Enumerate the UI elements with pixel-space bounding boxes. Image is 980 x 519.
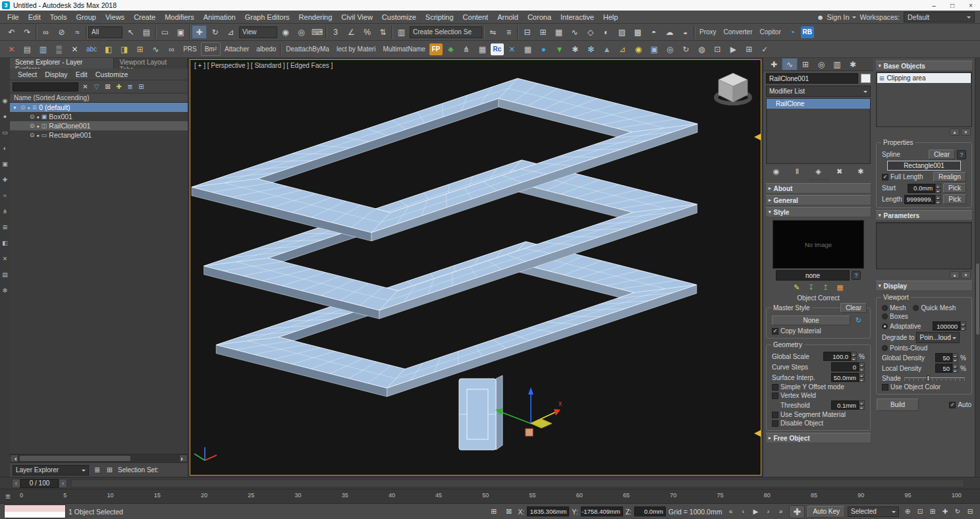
light-tool-icon[interactable]: ◉ bbox=[631, 42, 646, 56]
zoom-region-icon[interactable]: ⊞ bbox=[927, 506, 939, 518]
sign-in-menu[interactable]: ☻ Sign In bbox=[817, 13, 856, 21]
detach-by-material-icon[interactable]: ✕ bbox=[4, 42, 19, 56]
menu-item[interactable]: Arnold bbox=[493, 13, 523, 21]
auto-build-checkbox[interactable] bbox=[949, 402, 956, 408]
modify-tab-icon[interactable]: ∿ bbox=[782, 58, 798, 70]
perspective-viewport[interactable]: [ + ] [ Perspective ] [ Standard ] [ Edg… bbox=[190, 59, 761, 476]
weld-tool-icon[interactable]: ∞ bbox=[164, 42, 179, 56]
selection-lock-icon[interactable]: ⊠ bbox=[503, 506, 515, 517]
zoom-extents-icon[interactable]: ⊡ bbox=[914, 506, 926, 518]
render-setup-icon[interactable]: ▨ bbox=[614, 25, 630, 39]
select-object-icon[interactable]: ↖ bbox=[123, 25, 138, 39]
tree-row-railclone001[interactable]: ⊙ ● ◫ RailClone001 bbox=[10, 121, 188, 130]
render-dot-icon[interactable]: ● bbox=[28, 105, 30, 110]
toolbar-icon[interactable] bbox=[325, 26, 327, 39]
terrain-icon[interactable]: ▲ bbox=[599, 42, 614, 56]
name-column-header[interactable]: Name (Sorted Ascending) bbox=[10, 94, 188, 103]
adaptative-radio[interactable] bbox=[882, 323, 888, 329]
visibility-eye-icon[interactable]: ⊙ bbox=[30, 113, 35, 120]
menu-item[interactable]: Corona bbox=[523, 13, 556, 21]
move-up-icon[interactable]: ▲ bbox=[950, 128, 960, 136]
curve-editor-icon[interactable]: ∿ bbox=[567, 25, 582, 39]
menu-item[interactable]: Interactive bbox=[556, 13, 599, 21]
filter-bones-icon[interactable]: ⋔ bbox=[1, 207, 9, 215]
display-tab-icon[interactable]: ▥ bbox=[829, 58, 845, 70]
select-by-layer-icon[interactable]: ▥ bbox=[36, 42, 51, 56]
frame-back-button[interactable]: ‹ bbox=[12, 479, 20, 488]
gear-tool-icon[interactable]: ✱ bbox=[568, 42, 583, 56]
library-icon[interactable]: ▦ bbox=[834, 282, 846, 293]
expander-icon[interactable]: ▼ bbox=[13, 105, 18, 110]
select-and-rotate-icon[interactable]: ↻ bbox=[207, 25, 223, 39]
toolbar-icon[interactable] bbox=[155, 26, 157, 39]
selection-filter-dropdown[interactable]: All bbox=[88, 26, 122, 38]
filter-containers-icon[interactable]: ⊞ bbox=[1, 223, 9, 231]
workspace-dropdown[interactable]: Default bbox=[904, 12, 975, 22]
container-tool-icon[interactable]: ▣ bbox=[647, 42, 662, 56]
hierarchy-tab-icon[interactable]: ⊞ bbox=[798, 58, 813, 70]
rename-abc-icon[interactable]: abc bbox=[83, 42, 100, 56]
style-slot-button[interactable]: none bbox=[776, 270, 850, 281]
orbit-icon[interactable]: ↻ bbox=[952, 506, 964, 518]
pick-length-button[interactable]: Pick bbox=[943, 194, 966, 204]
menu-item[interactable]: Modifiers bbox=[160, 13, 199, 21]
param-down-icon[interactable]: ▼ bbox=[961, 271, 971, 279]
toolbar-icon[interactable] bbox=[483, 26, 485, 39]
threshold-spinner[interactable]: 0.1mm bbox=[831, 400, 865, 410]
play-tool-icon[interactable]: ▶ bbox=[726, 42, 741, 56]
select-and-manipulate-icon[interactable]: ◎ bbox=[294, 25, 309, 39]
track-bar[interactable]: ≣ 05101520253035404550556065707580859095… bbox=[0, 489, 980, 503]
go-to-start-button[interactable]: « bbox=[724, 506, 736, 518]
panel-scrollbar[interactable] bbox=[975, 58, 980, 477]
named-selection-dropdown[interactable]: Create Selection Se bbox=[410, 26, 482, 38]
sini-icon[interactable]: ◔ bbox=[785, 25, 800, 39]
next-frame-button[interactable]: › bbox=[762, 506, 774, 518]
simple-y-offset-checkbox[interactable] bbox=[772, 384, 778, 391]
edit-style-icon[interactable]: ✎ bbox=[790, 282, 803, 293]
scroll-thumb[interactable] bbox=[19, 455, 131, 462]
pose-tool-icon[interactable]: ◎ bbox=[663, 42, 678, 56]
tab-scene-explorer[interactable]: Scene Explorer - Layer Explorer bbox=[10, 58, 114, 68]
copitor-button[interactable]: Copitor bbox=[756, 25, 784, 39]
menu-item[interactable]: File bbox=[3, 13, 24, 21]
maxscript-mini-listener[interactable] bbox=[4, 505, 66, 518]
surface-interp-spinner[interactable]: 50.0mm bbox=[831, 373, 865, 382]
close-button[interactable]: × bbox=[962, 2, 980, 9]
make-unique-icon[interactable]: ◈ bbox=[812, 166, 825, 177]
layer-explorer-dropdown[interactable]: Layer Explorer bbox=[13, 465, 89, 476]
forest-pack-badge[interactable]: FP bbox=[429, 43, 443, 55]
toolbar-icon[interactable] bbox=[391, 26, 393, 39]
undo-icon[interactable]: ↶ bbox=[4, 25, 19, 39]
render-dot-icon[interactable]: ● bbox=[37, 115, 40, 119]
go-to-end-button[interactable]: » bbox=[775, 506, 786, 518]
toggle-scene-explorer-icon[interactable]: ⊟ bbox=[520, 25, 535, 39]
mini-curve-editor-icon[interactable]: ≣ bbox=[3, 491, 13, 501]
clear-style-button[interactable]: Clear bbox=[840, 303, 867, 313]
forest-surface-icon[interactable]: ▦ bbox=[475, 42, 490, 56]
z-coordinate-field[interactable]: 0.0mm bbox=[634, 506, 666, 516]
global-density-spinner[interactable]: 50 bbox=[935, 353, 958, 362]
menu-item[interactable]: Edit bbox=[24, 13, 45, 21]
vertex-weld-checkbox[interactable] bbox=[772, 393, 778, 399]
menu-item[interactable]: Graph Editors bbox=[240, 13, 294, 21]
render-quick-icon[interactable]: ◒ bbox=[678, 25, 693, 39]
build-button[interactable]: Build bbox=[877, 398, 919, 411]
select-and-scale-icon[interactable]: ⊿ bbox=[223, 25, 238, 39]
param-up-icon[interactable]: ▲ bbox=[950, 271, 960, 279]
rc-style-icon[interactable]: ✕ bbox=[504, 42, 520, 56]
winter-icon[interactable]: ✻ bbox=[584, 42, 599, 56]
angle-snap-icon[interactable]: ∠ bbox=[344, 25, 359, 39]
rollout-display[interactable]: Display bbox=[875, 281, 973, 291]
full-length-checkbox[interactable] bbox=[882, 174, 888, 180]
move-down-icon[interactable]: ▼ bbox=[961, 128, 971, 136]
mesh-radio[interactable] bbox=[882, 305, 888, 311]
view-cube[interactable] bbox=[716, 73, 750, 103]
visibility-eye-icon[interactable]: ⊙ bbox=[30, 132, 35, 138]
y-coordinate-field[interactable]: -1758.409mm bbox=[581, 506, 623, 516]
shade-slider[interactable] bbox=[903, 374, 966, 382]
spline-object-button[interactable]: Rectangle001 bbox=[887, 161, 961, 171]
toggle-layer-explorer-icon[interactable]: ⊞ bbox=[535, 25, 551, 39]
filter-xref-icon[interactable]: ✕ bbox=[1, 254, 9, 263]
object-color-swatch[interactable] bbox=[861, 74, 871, 83]
split-marker-top[interactable] bbox=[754, 134, 761, 140]
